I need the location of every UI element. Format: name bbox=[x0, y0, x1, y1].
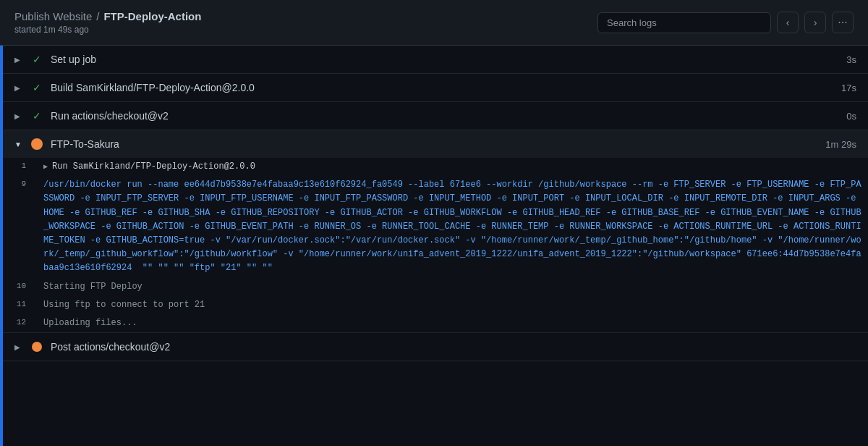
more-options-button[interactable]: ··· bbox=[832, 12, 854, 33]
header-left: Publish Website / FTP-Deploy-Action star… bbox=[14, 10, 201, 35]
breadcrumb-sep: / bbox=[96, 10, 99, 22]
step-success-icon: ✓ bbox=[30, 53, 43, 66]
search-input[interactable] bbox=[597, 12, 771, 33]
log-line-11: 11 Using ftp to connect to port 21 bbox=[3, 296, 868, 314]
step-success-icon: ✓ bbox=[30, 81, 43, 94]
step-toggle-icon: ▶ bbox=[14, 343, 23, 351]
step-duration: 3s bbox=[846, 54, 856, 65]
step-setup-job: ▶ ✓ Set up job 3s bbox=[3, 46, 868, 74]
step-ftp-header[interactable]: ▼ FTP-To-Sakura 1m 29s bbox=[3, 130, 868, 158]
step-checkout-header[interactable]: ▶ ✓ Run actions/checkout@v2 0s bbox=[3, 102, 868, 130]
nav-prev-button[interactable]: ‹ bbox=[777, 12, 799, 33]
log-line-text: /usr/bin/docker run --name ee644d7b9538e… bbox=[38, 177, 868, 277]
log-line-number: 10 bbox=[3, 279, 38, 295]
log-line-text: ▶ Run SamKirkland/FTP-Deploy-Action@2.0.… bbox=[38, 159, 868, 175]
header-right: ‹ › ··· bbox=[597, 12, 854, 33]
log-step-arrow: ▶ bbox=[43, 161, 48, 173]
step-name: Set up job bbox=[51, 54, 839, 65]
step-build: ▶ ✓ Build SamKirkland/FTP-Deploy-Action@… bbox=[3, 74, 868, 102]
step-duration: 1m 29s bbox=[825, 139, 856, 150]
chevron-right-icon: › bbox=[814, 17, 817, 28]
step-toggle-icon: ▶ bbox=[14, 56, 23, 64]
step-checkout: ▶ ✓ Run actions/checkout@v2 0s bbox=[3, 102, 868, 130]
step-post-checkout: ▶ Post actions/checkout@v2 bbox=[3, 333, 868, 361]
step-name: Build SamKirkland/FTP-Deploy-Action@2.0.… bbox=[51, 82, 834, 93]
step-pending-icon bbox=[30, 340, 43, 353]
step-name: FTP-To-Sakura bbox=[51, 138, 818, 150]
breadcrumb-current: FTP-Deploy-Action bbox=[103, 10, 201, 22]
log-line-9: 9 /usr/bin/docker run --name ee644d7b953… bbox=[3, 176, 868, 277]
step-toggle-icon: ▶ bbox=[14, 84, 23, 92]
step-name: Post actions/checkout@v2 bbox=[51, 341, 856, 353]
log-line-text: Starting FTP Deploy bbox=[38, 279, 868, 295]
step-setup-job-header[interactable]: ▶ ✓ Set up job 3s bbox=[3, 46, 868, 73]
step-name: Run actions/checkout@v2 bbox=[51, 110, 839, 122]
log-line-number: 9 bbox=[3, 177, 38, 193]
breadcrumb: Publish Website / FTP-Deploy-Action bbox=[14, 10, 201, 22]
step-duration: 17s bbox=[841, 83, 856, 93]
step-running-icon bbox=[30, 138, 43, 151]
step-success-icon: ✓ bbox=[30, 109, 43, 122]
log-line-10: 10 Starting FTP Deploy bbox=[3, 278, 868, 296]
header-subtitle: started 1m 49s ago bbox=[14, 25, 201, 35]
chevron-left-icon: ‹ bbox=[786, 17, 790, 28]
log-line-1: 1 ▶ Run SamKirkland/FTP-Deploy-Action@2.… bbox=[3, 158, 868, 176]
log-step-name: Run SamKirkland/FTP-Deploy-Action@2.0.0 bbox=[52, 160, 255, 174]
log-line-number: 1 bbox=[3, 159, 38, 174]
log-line-text: Using ftp to connect to port 21 bbox=[38, 297, 868, 314]
ellipsis-icon: ··· bbox=[838, 16, 847, 29]
main-content: ▶ ✓ Set up job 3s ▶ ✓ Build SamKirkland/… bbox=[3, 46, 868, 446]
log-line-12: 12 Uploading files... bbox=[3, 314, 868, 332]
page-header: Publish Website / FTP-Deploy-Action star… bbox=[0, 0, 868, 46]
step-ftp-to-sakura: ▼ FTP-To-Sakura 1m 29s 1 ▶ Run SamKirkla… bbox=[3, 130, 868, 333]
breadcrumb-parent: Publish Website bbox=[14, 10, 92, 22]
step-duration: 0s bbox=[846, 111, 856, 122]
nav-next-button[interactable]: › bbox=[804, 12, 826, 33]
log-area: 1 ▶ Run SamKirkland/FTP-Deploy-Action@2.… bbox=[3, 158, 868, 332]
content-area: ▶ ✓ Set up job 3s ▶ ✓ Build SamKirkland/… bbox=[0, 46, 868, 446]
log-line-number: 12 bbox=[3, 315, 38, 331]
log-line-number: 11 bbox=[3, 297, 38, 313]
step-toggle-icon: ▼ bbox=[14, 140, 23, 148]
log-line-text: Uploading files... bbox=[38, 315, 868, 332]
step-toggle-icon: ▶ bbox=[14, 112, 23, 120]
step-post-header[interactable]: ▶ Post actions/checkout@v2 bbox=[3, 333, 868, 361]
step-build-header[interactable]: ▶ ✓ Build SamKirkland/FTP-Deploy-Action@… bbox=[3, 74, 868, 101]
